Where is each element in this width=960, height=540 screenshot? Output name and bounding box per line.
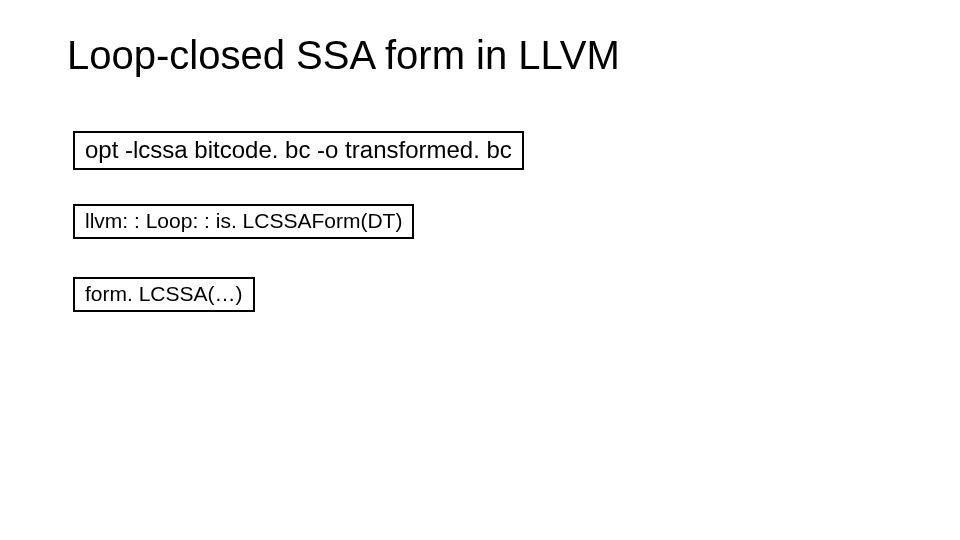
code-box-formlcssa: form. LCSSA(…) (73, 277, 255, 312)
slide: Loop-closed SSA form in LLVM opt -lcssa … (0, 0, 960, 540)
code-box-islcssaform: llvm: : Loop: : is. LCSSAForm(DT) (73, 204, 414, 239)
slide-title: Loop-closed SSA form in LLVM (67, 33, 620, 78)
code-box-opt-command: opt -lcssa bitcode. bc -o transformed. b… (73, 131, 524, 170)
